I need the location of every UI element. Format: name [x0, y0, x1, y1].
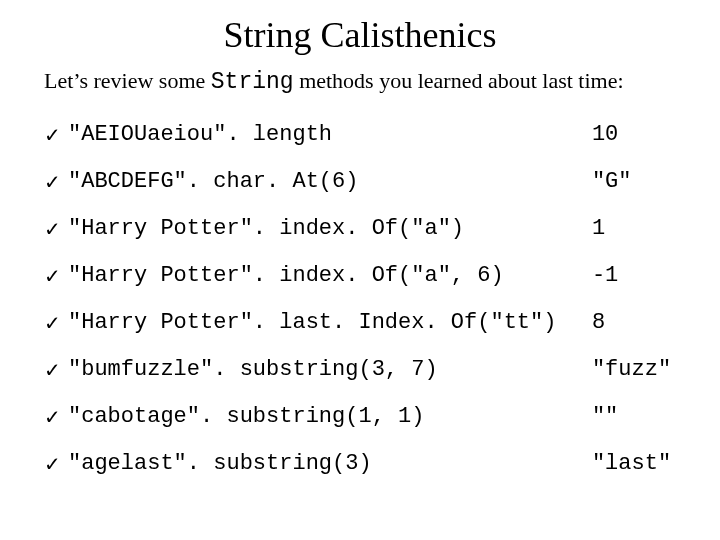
slide-title: String Calisthenics: [44, 14, 676, 56]
list-item: ✓ "Harry Potter". index. Of("a") 1: [44, 205, 676, 252]
slide: String Calisthenics Let’s review some St…: [0, 0, 720, 540]
result: 1: [584, 205, 676, 252]
checkmark-icon: ✓: [44, 205, 68, 252]
expression: "ABCDEFG". char. At(6): [68, 158, 584, 205]
items-list: ✓ "AEIOUaeiou". length 10 ✓ "ABCDEFG". c…: [44, 111, 676, 487]
expression: "Harry Potter". index. Of("a"): [68, 205, 584, 252]
list-item: ✓ "Harry Potter". last. Index. Of("tt") …: [44, 299, 676, 346]
expression: "Harry Potter". last. Index. Of("tt"): [68, 299, 584, 346]
list-item: ✓ "AEIOUaeiou". length 10: [44, 111, 676, 158]
checkmark-icon: ✓: [44, 111, 68, 158]
result: 10: [584, 111, 676, 158]
intro-line: Let’s review some String methods you lea…: [44, 68, 676, 95]
expression: "agelast". substring(3): [68, 440, 584, 487]
checkmark-icon: ✓: [44, 252, 68, 299]
intro-suffix: methods you learned about last time:: [294, 68, 624, 93]
result: "G": [584, 158, 676, 205]
checkmark-icon: ✓: [44, 393, 68, 440]
list-item: ✓ "ABCDEFG". char. At(6) "G": [44, 158, 676, 205]
result: "last": [584, 440, 676, 487]
intro-prefix: Let’s review some: [44, 68, 211, 93]
checkmark-icon: ✓: [44, 346, 68, 393]
checkmark-icon: ✓: [44, 440, 68, 487]
checkmark-icon: ✓: [44, 299, 68, 346]
expression: "Harry Potter". index. Of("a", 6): [68, 252, 584, 299]
expression: "bumfuzzle". substring(3, 7): [68, 346, 584, 393]
list-item: ✓ "bumfuzzle". substring(3, 7) "fuzz": [44, 346, 676, 393]
expression: "cabotage". substring(1, 1): [68, 393, 584, 440]
expression: "AEIOUaeiou". length: [68, 111, 584, 158]
result: -1: [584, 252, 676, 299]
result: "fuzz": [584, 346, 676, 393]
list-item: ✓ "cabotage". substring(1, 1) "": [44, 393, 676, 440]
list-item: ✓ "agelast". substring(3) "last": [44, 440, 676, 487]
result: "": [584, 393, 676, 440]
checkmark-icon: ✓: [44, 158, 68, 205]
list-item: ✓ "Harry Potter". index. Of("a", 6) -1: [44, 252, 676, 299]
result: 8: [584, 299, 676, 346]
intro-code: String: [211, 69, 294, 95]
